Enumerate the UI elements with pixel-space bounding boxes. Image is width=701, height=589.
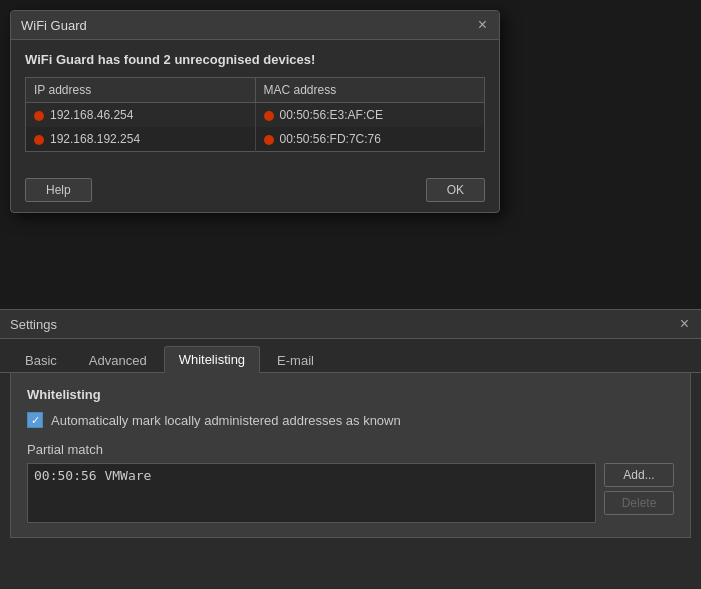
dialog-title: WiFi Guard xyxy=(21,18,87,33)
auto-mark-checkbox[interactable]: ✓ xyxy=(27,412,43,428)
whitelisting-section-title: Whitelisting xyxy=(27,387,674,402)
tabs-bar: BasicAdvancedWhitelistingE-mail xyxy=(0,339,701,373)
add-button[interactable]: Add... xyxy=(604,463,674,487)
dialog-body: WiFi Guard has found 2 unrecognised devi… xyxy=(11,40,499,164)
tab-advanced[interactable]: Advanced xyxy=(74,347,162,373)
dialog-footer: Help OK xyxy=(11,168,499,212)
partial-match-row: Add... Delete xyxy=(27,463,674,523)
tab-whitelisting[interactable]: Whitelisting xyxy=(164,346,260,373)
ip-cell: 192.168.192.254 xyxy=(26,127,256,152)
ok-button[interactable]: OK xyxy=(426,178,485,202)
settings-close-button[interactable]: × xyxy=(678,316,691,332)
mac-cell: 00:50:56:E3:AF:CE xyxy=(255,103,485,128)
tab-e-mail[interactable]: E-mail xyxy=(262,347,329,373)
status-dot xyxy=(34,111,44,121)
partial-match-buttons: Add... Delete xyxy=(604,463,674,523)
col-ip-header: IP address xyxy=(26,78,256,103)
wifi-guard-dialog: WiFi Guard × WiFi Guard has found 2 unre… xyxy=(10,10,500,213)
col-mac-header: MAC address xyxy=(255,78,485,103)
dialog-warning: WiFi Guard has found 2 unrecognised devi… xyxy=(25,52,485,67)
status-dot xyxy=(34,135,44,145)
device-table: IP address MAC address 192.168.46.254 00… xyxy=(25,77,485,152)
mac-cell: 00:50:56:FD:7C:76 xyxy=(255,127,485,152)
partial-match-input[interactable] xyxy=(27,463,596,523)
status-dot xyxy=(264,135,274,145)
dialog-titlebar: WiFi Guard × xyxy=(11,11,499,40)
partial-match-label: Partial match xyxy=(27,442,674,457)
table-row: 192.168.46.254 00:50:56:E3:AF:CE xyxy=(26,103,485,128)
auto-mark-label: Automatically mark locally administered … xyxy=(51,413,401,428)
settings-titlebar: Settings × xyxy=(0,310,701,339)
auto-mark-checkbox-row: ✓ Automatically mark locally administere… xyxy=(27,412,674,428)
settings-title: Settings xyxy=(10,317,57,332)
ip-cell: 192.168.46.254 xyxy=(26,103,256,128)
settings-window: Settings × BasicAdvancedWhitelistingE-ma… xyxy=(0,309,701,589)
dialog-close-button[interactable]: × xyxy=(476,17,489,33)
help-button[interactable]: Help xyxy=(25,178,92,202)
status-dot xyxy=(264,111,274,121)
checkmark-icon: ✓ xyxy=(31,415,40,426)
delete-button[interactable]: Delete xyxy=(604,491,674,515)
tab-basic[interactable]: Basic xyxy=(10,347,72,373)
table-row: 192.168.192.254 00:50:56:FD:7C:76 xyxy=(26,127,485,152)
settings-content: Whitelisting ✓ Automatically mark locall… xyxy=(10,373,691,538)
